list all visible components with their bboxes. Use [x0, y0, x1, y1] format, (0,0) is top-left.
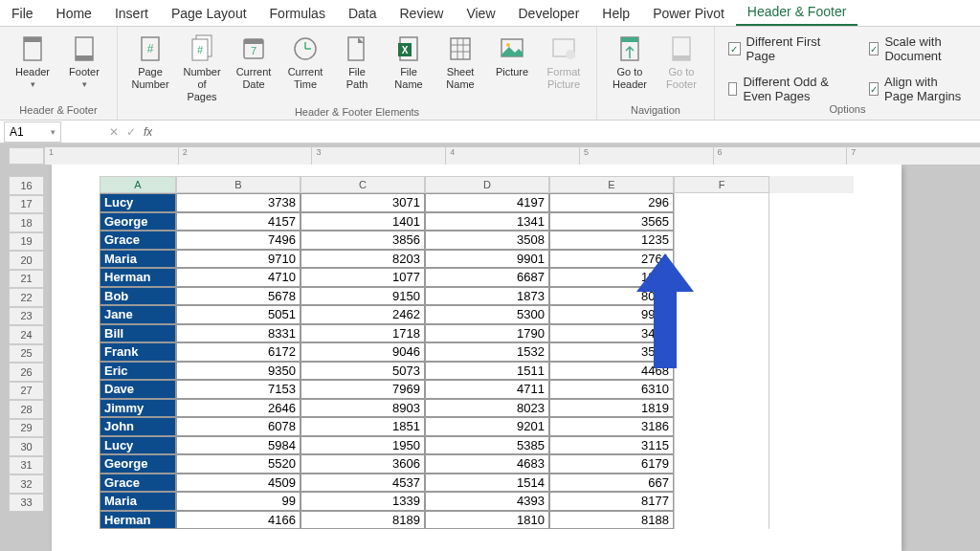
data-cell[interactable]: 4710 — [176, 268, 301, 287]
name-cell[interactable]: Maria — [100, 492, 176, 511]
row-header[interactable]: 27 — [9, 382, 44, 401]
data-cell[interactable]: 4166 — [176, 511, 301, 530]
tab-help[interactable]: Help — [590, 1, 641, 26]
tab-data[interactable]: Data — [337, 1, 389, 26]
row-header[interactable]: 30 — [9, 437, 44, 456]
data-cell[interactable]: 5385 — [425, 436, 549, 455]
data-cell[interactable]: 4711 — [425, 380, 549, 399]
different-first-page-checkbox[interactable]: ✓ Different First Page — [728, 34, 840, 63]
tab-review[interactable]: Review — [389, 1, 456, 26]
data-cell[interactable]: 3186 — [549, 417, 674, 436]
select-all-corner[interactable] — [9, 147, 44, 165]
name-cell[interactable]: Dave — [100, 380, 176, 399]
data-cell[interactable]: 9901 — [425, 250, 549, 269]
data-cell[interactable]: 1514 — [425, 474, 549, 493]
data-cell[interactable]: 1339 — [301, 492, 425, 511]
row-header[interactable]: 33 — [9, 494, 44, 513]
data-cell[interactable]: 3738 — [176, 193, 301, 212]
page-number-button[interactable]: # Page Number — [125, 31, 175, 94]
data-cell[interactable]: 1341 — [425, 212, 549, 231]
tab-page-layout[interactable]: Page Layout — [160, 1, 258, 26]
data-cell[interactable]: 6687 — [425, 268, 549, 287]
row-header[interactable]: 18 — [9, 213, 44, 232]
name-cell[interactable]: Lucy — [100, 436, 176, 455]
column-header[interactable]: E — [549, 176, 674, 193]
data-cell[interactable]: 1950 — [301, 436, 425, 455]
row-header[interactable]: 22 — [9, 288, 44, 307]
scale-with-document-checkbox[interactable]: ✓ Scale with Document — [869, 34, 967, 63]
data-cell[interactable]: 1401 — [301, 212, 425, 231]
column-header[interactable]: C — [301, 176, 425, 193]
name-cell[interactable]: George — [100, 454, 176, 474]
row-header[interactable]: 17 — [9, 195, 44, 214]
header-button[interactable]: Header ▾ — [8, 31, 57, 92]
data-cell[interactable]: 8203 — [301, 250, 425, 269]
data-cell[interactable]: 4393 — [425, 492, 549, 511]
row-header[interactable]: 32 — [9, 474, 44, 494]
data-cell[interactable]: 9350 — [176, 362, 301, 381]
data-cell[interactable]: 1718 — [301, 324, 425, 343]
name-box[interactable]: A1 ▾ — [4, 121, 61, 143]
data-cell[interactable]: 2462 — [301, 305, 425, 324]
file-name-button[interactable]: X File Name — [384, 31, 434, 94]
row-header[interactable]: 20 — [9, 251, 44, 270]
tab-power-pivot[interactable]: Power Pivot — [641, 1, 736, 26]
name-cell[interactable]: Herman — [100, 511, 176, 530]
picture-button[interactable]: Picture — [487, 31, 537, 81]
name-cell[interactable]: Maria — [100, 250, 176, 269]
name-cell[interactable]: Eric — [100, 362, 176, 381]
tab-developer[interactable]: Developer — [507, 1, 591, 26]
data-cell[interactable]: 8331 — [176, 324, 301, 343]
data-cell[interactable]: 3115 — [549, 436, 674, 455]
row-header[interactable]: 24 — [9, 325, 44, 344]
data-cell[interactable]: 667 — [549, 474, 674, 493]
name-cell[interactable]: Herman — [100, 268, 176, 287]
data-cell[interactable]: 3508 — [425, 231, 549, 250]
name-cell[interactable]: Grace — [100, 474, 176, 493]
sheet-name-button[interactable]: Sheet Name — [435, 31, 485, 94]
fx-icon[interactable]: fx — [144, 125, 152, 139]
data-cell[interactable]: 296 — [549, 193, 674, 212]
row-header[interactable]: 23 — [9, 307, 44, 326]
data-cell[interactable]: 5678 — [176, 287, 301, 306]
data-cell[interactable]: 4683 — [425, 454, 549, 474]
data-cell[interactable]: 99 — [176, 492, 301, 511]
current-time-button[interactable]: Current Time — [280, 31, 330, 94]
data-cell[interactable]: 2646 — [176, 399, 301, 418]
data-cell[interactable]: 3606 — [301, 454, 425, 474]
data-cell[interactable]: 1790 — [425, 324, 549, 343]
data-cell[interactable]: 6078 — [176, 417, 301, 436]
data-cell[interactable]: 4537 — [301, 474, 425, 493]
row-header[interactable]: 21 — [9, 270, 44, 289]
data-cell[interactable]: 1810 — [425, 511, 549, 530]
footer-button[interactable]: Footer ▾ — [59, 31, 109, 92]
go-to-header-button[interactable]: Go to Header — [605, 31, 655, 94]
name-cell[interactable]: Lucy — [100, 193, 176, 212]
column-header[interactable]: F — [674, 176, 769, 193]
data-cell[interactable]: 8189 — [301, 511, 425, 530]
data-cell[interactable]: 9046 — [301, 342, 425, 362]
data-cell[interactable]: 9150 — [301, 287, 425, 306]
name-cell[interactable]: Jane — [100, 305, 176, 324]
data-cell[interactable]: 8177 — [549, 492, 674, 511]
file-path-button[interactable]: File Path — [332, 31, 382, 94]
data-cell[interactable]: 1851 — [301, 417, 425, 436]
row-header[interactable]: 25 — [9, 344, 44, 364]
data-cell[interactable]: 7153 — [176, 380, 301, 399]
tab-home[interactable]: Home — [45, 1, 103, 26]
data-cell[interactable]: 5300 — [425, 305, 549, 324]
row-header[interactable]: 16 — [9, 176, 44, 195]
tab-file[interactable]: File — [0, 1, 45, 26]
tab-view[interactable]: View — [455, 1, 506, 26]
row-header[interactable]: 19 — [9, 232, 44, 252]
column-header[interactable]: A — [100, 176, 176, 193]
data-cell[interactable]: 3071 — [301, 193, 425, 212]
column-header[interactable]: D — [425, 176, 549, 193]
data-cell[interactable]: 1077 — [301, 268, 425, 287]
data-cell[interactable]: 7969 — [301, 380, 425, 399]
data-cell[interactable]: 6179 — [549, 454, 674, 474]
data-cell[interactable]: 1532 — [425, 342, 549, 362]
name-cell[interactable]: John — [100, 417, 176, 436]
data-cell[interactable]: 1511 — [425, 362, 549, 381]
data-cell[interactable]: 4509 — [176, 474, 301, 493]
